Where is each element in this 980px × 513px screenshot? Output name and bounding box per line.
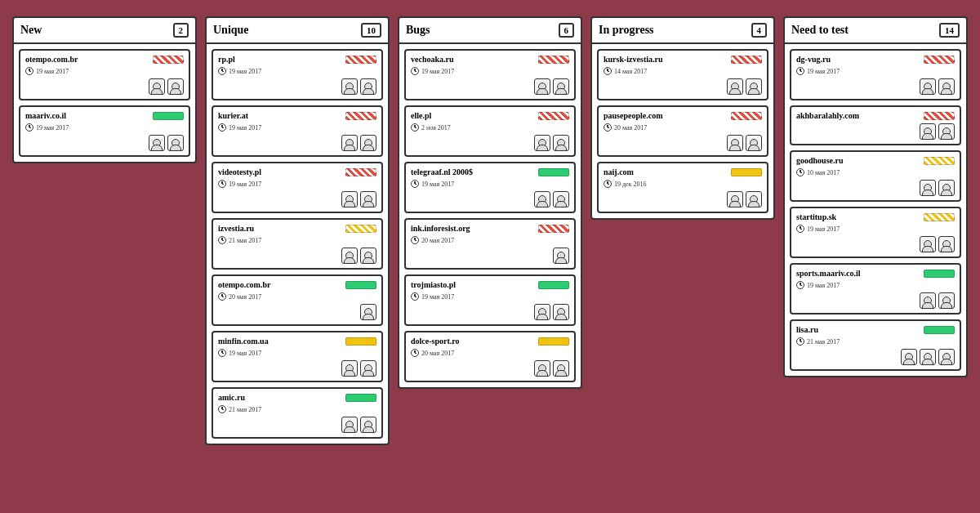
avatar <box>553 78 569 95</box>
card-date: 2 ноя 2017 <box>411 123 569 132</box>
card[interactable]: startitup.sk19 мая 2017 <box>790 207 961 258</box>
card-title: vechoaka.ru <box>411 55 535 65</box>
card-date-text: 19 мая 2017 <box>807 225 840 233</box>
card-top: ink.inforesist.org <box>411 224 569 234</box>
card[interactable]: ink.inforesist.org20 мая 2017 <box>404 218 576 270</box>
card[interactable]: otempo.com.br20 мая 2017 <box>212 274 383 326</box>
card[interactable]: goodhouse.ru10 мая 2017 <box>790 150 961 202</box>
card[interactable]: vechoaka.ru19 мая 2017 <box>404 49 576 100</box>
avatar <box>920 78 936 95</box>
kanban-board: New2otempo.com.br19 мая 2017maariv.co.il… <box>12 16 968 445</box>
card[interactable]: pausepeople.com20 мая 2017 <box>597 105 768 157</box>
status-bar <box>538 281 569 289</box>
clock-icon <box>796 67 804 75</box>
column-body-in-progress: kursk-izvestia.ru14 мая 2017pausepeople.… <box>592 44 773 218</box>
card[interactable]: elle.pl2 ноя 2017 <box>404 105 576 157</box>
avatar <box>901 349 917 365</box>
card[interactable]: dg-vug.ru19 мая 2017 <box>790 49 961 100</box>
card-avatars <box>411 248 569 264</box>
card-avatars <box>411 360 569 377</box>
card-title: goodhouse.ru <box>796 156 920 166</box>
status-bar <box>924 213 955 221</box>
card-top: trojmiasto.pl <box>411 280 569 290</box>
column-body-new: otempo.com.br19 мая 2017maariv.co.il19 м… <box>14 44 195 162</box>
status-bar <box>153 56 184 64</box>
card-date-text: 10 мая 2017 <box>807 169 840 176</box>
avatar <box>553 360 569 377</box>
avatar <box>938 292 955 309</box>
avatar <box>360 191 376 207</box>
avatar <box>149 135 165 151</box>
card-top: telegraaf.nl 2000$ <box>411 167 569 177</box>
card[interactable]: amic.ru21 мая 2017 <box>212 387 383 439</box>
avatar <box>727 78 743 95</box>
card-avatars <box>604 78 762 95</box>
card-date: 20 мая 2017 <box>411 236 569 244</box>
clock-icon <box>218 405 226 413</box>
avatar <box>534 360 550 377</box>
card[interactable]: otempo.com.br19 мая 2017 <box>19 49 190 100</box>
card-top: akhbaralahly.com <box>796 111 955 121</box>
card-top: dg-vug.ru <box>796 55 955 65</box>
card[interactable]: trojmiasto.pl19 мая 2017 <box>404 274 576 326</box>
card-avatars <box>218 360 376 377</box>
card[interactable]: sports.maariv.co.il19 мая 2017 <box>790 263 961 314</box>
card[interactable]: minfin.com.ua19 мая 2017 <box>212 331 383 382</box>
card[interactable]: maariv.co.il19 мая 2017 <box>19 105 190 157</box>
column-unique: Unique10rp.pl19 мая 2017kurier.at19 мая … <box>205 16 390 445</box>
card[interactable]: lisa.ru21 мая 2017 <box>790 319 961 371</box>
card-top: maariv.co.il <box>25 111 184 121</box>
status-bar <box>538 337 569 346</box>
avatar <box>746 78 762 95</box>
card[interactable]: rp.pl19 мая 2017 <box>212 49 383 100</box>
clock-icon <box>25 123 33 132</box>
card[interactable]: dolce-sport.ro20 мая 2017 <box>404 331 576 382</box>
card[interactable]: videotesty.pl19 мая 2017 <box>212 162 383 213</box>
card-avatars <box>218 135 376 151</box>
avatar <box>553 248 569 264</box>
card-date-text: 20 мая 2017 <box>421 237 454 244</box>
card[interactable]: naij.com19 дек 2016 <box>597 162 768 213</box>
card-date-text: 2 ноя 2017 <box>421 124 451 132</box>
card-date: 19 мая 2017 <box>796 67 955 75</box>
card-avatars <box>604 135 762 151</box>
card-title: kurier.at <box>218 111 342 121</box>
avatar <box>341 360 358 377</box>
clock-icon <box>25 67 33 75</box>
card-title: pausepeople.com <box>604 111 728 121</box>
card[interactable]: kursk-izvestia.ru14 мая 2017 <box>597 49 768 100</box>
card-avatars <box>411 135 569 151</box>
card-title: izvestia.ru <box>218 224 342 234</box>
column-header-bugs: Bugs6 <box>399 18 581 44</box>
card-date-text: 19 мая 2017 <box>807 282 840 289</box>
card-title: ink.inforesist.org <box>411 224 535 234</box>
card[interactable]: akhbaralahly.com <box>790 105 961 145</box>
avatar <box>534 304 550 320</box>
avatar <box>553 135 569 151</box>
avatar <box>341 78 358 95</box>
avatar <box>920 180 936 196</box>
clock-icon <box>218 180 226 188</box>
card-date: 19 мая 2017 <box>411 67 569 75</box>
card[interactable]: kurier.at19 мая 2017 <box>212 105 383 157</box>
clock-icon <box>604 67 612 75</box>
avatar <box>341 417 358 433</box>
column-count-unique: 10 <box>361 23 381 38</box>
card-avatars <box>25 78 184 95</box>
status-bar <box>345 281 376 289</box>
card[interactable]: izvestia.ru21 мая 2017 <box>212 218 383 270</box>
avatar <box>920 349 936 365</box>
card-date: 19 мая 2017 <box>796 281 955 289</box>
avatar <box>553 191 569 207</box>
card[interactable]: telegraaf.nl 2000$19 мая 2017 <box>404 162 576 213</box>
column-title-bugs: Bugs <box>406 24 430 37</box>
card-date-text: 20 мая 2017 <box>614 124 647 132</box>
column-title-need-to-test: Need to test <box>791 24 849 37</box>
column-body-bugs: vechoaka.ru19 мая 2017elle.pl2 ноя 2017t… <box>399 44 581 387</box>
status-bar <box>538 168 569 176</box>
avatar <box>360 135 376 151</box>
column-count-bugs: 6 <box>559 23 575 38</box>
column-header-in-progress: In progress4 <box>592 18 773 44</box>
status-bar <box>345 168 376 176</box>
column-count-need-to-test: 14 <box>939 23 960 38</box>
